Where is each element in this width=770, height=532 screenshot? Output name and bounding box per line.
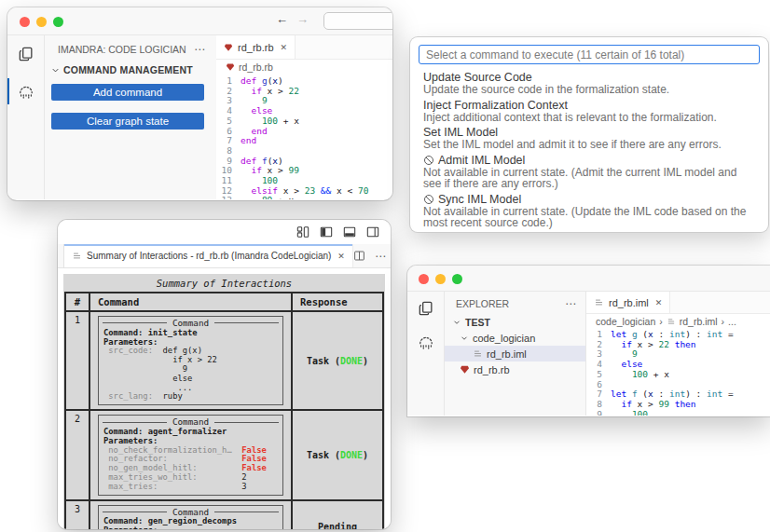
row-num: 2 (66, 411, 90, 498)
sidebar-code-logician: IMANDRA: CODE LOGICIAN ⋯ COMMAND MANAGEM… (45, 35, 216, 199)
palette-item-label: Set IML Model (423, 126, 755, 139)
tree-item-rd-rb-rb[interactable]: rd_rb.rb (445, 361, 585, 377)
more-actions-icon[interactable]: ⋯ (565, 300, 576, 307)
section-command-management[interactable]: COMMAND MANAGEMENT (45, 60, 216, 79)
breadcrumb[interactable]: rd_rb.rb (216, 60, 392, 75)
palette-item-inject-formalization-context[interactable]: Inject Formalization Context Inject addi… (410, 97, 768, 125)
tree-item-code-logician[interactable]: code_logician (445, 330, 585, 346)
palette-item-sync-iml-model[interactable]: Sync IML Model Not available in current … (410, 191, 768, 230)
minimize-window-button[interactable] (435, 274, 446, 284)
palette-item-desc: Not available in current state. (Admit t… (423, 167, 755, 190)
palette-item-admit-iml-model[interactable]: Admit IML Model Not available in current… (410, 152, 768, 191)
palette-item-set-iml-model[interactable]: Set IML Model Set the IML model and admi… (410, 124, 768, 152)
line-number: 9 (586, 410, 611, 416)
breadcrumb-file: rd_rb.rb (239, 61, 273, 73)
row-num: 3 (66, 501, 90, 529)
more-actions-icon[interactable]: ⋯ (194, 46, 205, 53)
params-label: Parameters: (103, 526, 278, 529)
close-icon[interactable]: ✕ (337, 252, 345, 261)
ruby-code-editor[interactable]: 1def g(x)2 if x > 223 94 else5 100 + x6 … (216, 75, 392, 199)
section-label: COMMAND MANAGEMENT (63, 64, 193, 75)
tab-rd-rb-iml[interactable]: rd_rb.iml ✕ (586, 292, 670, 313)
palette-item-update-source-code[interactable]: Update Source Code Update the source cod… (410, 69, 768, 97)
command-box-legend: Command (103, 417, 279, 427)
table-row: 3 Command Command: gen_region_decomps Pa… (66, 501, 382, 529)
toggle-secondary-sidebar-icon[interactable] (366, 225, 379, 239)
tree-item-label: TEST (465, 317, 490, 328)
files-icon (417, 299, 435, 318)
zoom-window-button[interactable] (452, 274, 462, 284)
activity-bar (407, 292, 445, 416)
breadcrumb[interactable]: code_logician › rd_rb.iml › ... (586, 314, 770, 328)
sidebar-title: EXPLORER (456, 298, 509, 309)
tab-summary-of-interactions[interactable]: Summary of Interactions - rd_rb.rb (Iman… (63, 244, 353, 267)
blocked-icon (423, 194, 434, 205)
close-icon[interactable]: ✕ (281, 43, 288, 52)
chevron-right-icon: › (659, 316, 663, 327)
imandra-activity-icon[interactable] (7, 73, 44, 110)
param-lines: no_check_formalization_h… False no_refac… (103, 446, 278, 492)
clear-graph-state-button[interactable]: Clear graph state (51, 113, 204, 130)
chevron-down-icon (460, 334, 469, 343)
close-window-button[interactable] (20, 17, 30, 27)
line-number: 5 (216, 116, 241, 127)
chevron-right-icon: › (722, 316, 725, 327)
palette-item-label: Admit IML Model (423, 154, 755, 167)
palette-item-label: Generate IML Model (423, 232, 755, 233)
zoom-window-button[interactable] (53, 17, 63, 27)
palette-item-label: Update Source Code (423, 71, 755, 84)
iml-file-icon (594, 297, 604, 307)
toggle-primary-sidebar-icon[interactable] (320, 225, 333, 239)
tab-label: Summary of Interactions - rd_rb.rb (Iman… (87, 251, 331, 261)
imandra-activity-icon[interactable] (407, 325, 444, 359)
tab-label: rd_rb.iml (609, 297, 649, 308)
palette-item-generate-iml-model[interactable]: Generate IML Model Generate IML code bas… (410, 230, 768, 233)
table-row: 2 Command Command: agent_formalizer Para… (66, 411, 382, 500)
chevron-down-icon (50, 65, 61, 75)
tree-item-label: code_logician (473, 333, 535, 344)
traffic-lights (419, 274, 462, 284)
customize-layout-icon[interactable] (296, 225, 309, 239)
response-cell: Pending (293, 501, 382, 529)
command-center-search[interactable] (323, 12, 392, 30)
command-list: Update Source Code Update the source cod… (410, 69, 768, 232)
header-command: Command (90, 293, 293, 310)
explorer-activity-icon[interactable] (407, 292, 444, 325)
palette-item-desc: Set the IML model and admit it to see if… (423, 139, 755, 151)
command-box-legend: Command (103, 508, 279, 517)
imandra-logo-icon (17, 82, 35, 101)
sidebar-title: IMANDRA: CODE LOGICIAN (58, 44, 186, 55)
tab-rd-rb-rb[interactable]: rd_rb.rb ✕ (216, 35, 296, 59)
code-line: 13 89 + x (216, 196, 392, 199)
explorer-activity-icon[interactable] (7, 35, 44, 73)
header-response: Response (293, 293, 382, 310)
minimize-window-button[interactable] (36, 17, 47, 27)
iml-code-editor[interactable]: 1let g (x : int) : int =2 if x > 22 then… (586, 328, 770, 416)
code-line: 7end (216, 136, 392, 146)
summary-table: # Command Response 1 Command Command: in… (64, 292, 384, 529)
back-icon[interactable]: ← (276, 12, 288, 26)
tree-item-rd-rb-iml[interactable]: rd_rb.iml (445, 346, 585, 361)
breadcrumb-item: ... (728, 316, 736, 327)
forward-icon[interactable]: → (296, 12, 309, 26)
code-line: max_tries: 3 (103, 483, 278, 492)
header-num: # (66, 293, 90, 310)
window-explorer-iml: EXPLORER ⋯ TEST code_logician (407, 266, 770, 416)
more-actions-icon[interactable]: ⋯ (375, 252, 386, 260)
toggle-panel-icon[interactable] (343, 225, 356, 239)
close-window-button[interactable] (419, 274, 429, 284)
split-editor-icon[interactable] (353, 250, 365, 262)
close-icon[interactable]: ✕ (655, 298, 663, 307)
palette-item-desc: Not available in current state. (Update … (423, 206, 755, 229)
tree-item-test[interactable]: TEST (445, 314, 585, 330)
table-header-row: # Command Response (66, 293, 382, 312)
iml-file-icon (667, 317, 676, 326)
ruby-file-icon (460, 364, 470, 375)
webview-list-icon (72, 251, 82, 261)
code-line: 9 100 (586, 410, 770, 416)
command-input[interactable] (419, 45, 760, 64)
command-box: Command Command: agent_formalizer Parame… (98, 415, 283, 495)
code-line: 5 100 + x (586, 370, 770, 380)
add-command-button[interactable]: Add command (51, 84, 204, 101)
tab-actions: ⋯ (353, 244, 391, 267)
